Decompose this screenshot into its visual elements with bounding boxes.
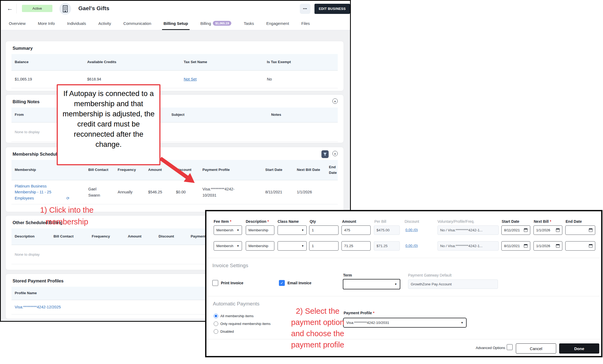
next-bill-input[interactable]: 1/1/2026 [533,225,562,235]
description-label: Description* [246,219,269,224]
qty-input[interactable]: 1 [309,225,339,235]
advanced-options-checkbox[interactable] [507,344,513,350]
tab-billing[interactable]: Billing $1,065.19 [200,17,231,30]
class-name-select[interactable]: ▼ [278,225,307,235]
tax-exempt-value: No [267,76,338,82]
tab-billing-setup[interactable]: Billing Setup [164,17,188,30]
edit-business-button[interactable]: EDIT BUSINESS [314,4,350,14]
column-header: Frequency [118,167,148,173]
tab-communication[interactable]: Communication [123,17,151,30]
class-name-select[interactable]: ▼ [278,241,307,251]
fee-item-label: Fee Item* [214,219,231,224]
refresh-icon[interactable]: ⟳ [66,196,70,200]
tab-billing-label: Billing [200,21,211,26]
automatic-payments-title: Automatic Payments [213,301,259,307]
print-invoice-label: Print Invoice [221,281,243,285]
start-date-input[interactable]: 8/11/2021 [501,225,530,235]
tab-overview[interactable]: Overview [9,17,26,30]
caret-down-icon: ▼ [235,229,239,232]
tab-tasks[interactable]: Tasks [244,17,254,30]
more-options-button[interactable]: ••• [300,4,310,14]
required-asterisk: * [230,219,231,224]
summary-title: Summary [13,46,338,51]
business-avatar [59,3,71,15]
payment-profile-select[interactable]: Visa:*********4242-10/2031▼ [343,318,467,328]
caret-down-icon: ▼ [459,321,463,324]
fee-item-select[interactable]: Membersh▼ [214,225,242,235]
column-header: Notes [271,112,338,117]
start-date-input[interactable]: 8/11/2021 [501,241,530,251]
print-invoice-checkbox[interactable] [212,280,218,286]
description-input[interactable]: Membership [246,241,274,251]
payment-gateway-label: Payment Gateway Default [408,273,452,277]
qty-input[interactable]: 1 [309,241,339,251]
column-header: Discount [176,167,202,173]
qty-label: Qty [310,219,316,224]
summary-card: Summary Balance Available Credits Tax Se… [5,41,344,91]
column-header: Is Tax Exempt [267,59,338,65]
available-credits-value: $618.94 [87,76,184,82]
email-invoice-checkbox[interactable]: ✓ [279,280,285,286]
payment-gateway-value: GrowthZone Pay Account [408,279,498,289]
tab-engagement[interactable]: Engagement [266,17,289,30]
per-bill-value: $475.00 [374,225,400,235]
radio-disabled[interactable] [214,329,218,334]
per-bill-value: $71.25 [374,241,400,251]
billing-amount-badge: $1,065.19 [213,21,231,26]
calendar-icon[interactable] [524,228,528,232]
fee-item-select[interactable]: Membersh▼ [214,241,242,251]
window-header: ← Active Gael's Gifts ••• EDIT BUSINESS [1,1,350,17]
back-arrow-icon[interactable]: ← [7,5,13,12]
radio-all-membership-items[interactable] [214,314,218,318]
calendar-icon[interactable] [556,244,560,248]
stored-profile-link[interactable]: Visa:*********4242-12/2025 [15,305,61,309]
tab-more-info[interactable]: More Info [38,17,55,30]
voluntary-profile-value: No / Visa:*********4242-1... [437,241,499,251]
annotation-step2-line2: payment option [281,317,354,328]
column-header: Payment Profile [202,167,265,173]
billing-notes-card: Billing Notes + From Subject Notes None … [5,94,344,143]
tab-activity[interactable]: Activity [98,17,111,30]
annotation-step1-line2: membership [27,216,107,228]
cancel-button[interactable]: Cancel [516,343,556,354]
required-asterisk: * [550,219,551,224]
amount-input[interactable]: 475 [341,225,371,235]
amount-value: $546.25 [148,189,176,195]
tab-files[interactable]: Files [301,17,310,30]
invoice-settings-title: Invoice Settings [212,263,248,269]
discount-link[interactable]: 0.00 (0) [405,244,418,248]
calendar-icon[interactable] [556,228,560,232]
filter-icon[interactable] [321,150,329,158]
per-bill-label: Per Bill [374,219,386,224]
radio-only-required-items[interactable] [214,321,218,326]
amount-input[interactable]: 71.25 [341,241,371,251]
calendar-icon[interactable] [589,244,593,248]
divider [206,339,601,339]
tax-set-link[interactable]: Not Set [184,77,197,81]
annotation-step2: 2) Select the payment option and choose … [281,305,354,350]
end-date-input[interactable] [565,241,595,251]
discount-link[interactable]: 0.00 (0) [405,228,418,232]
term-label: Term [343,273,352,277]
add-membership-billing-icon[interactable]: + [332,151,338,156]
advanced-options-label: Advanced Options [476,346,505,350]
caret-down-icon: ▼ [393,283,397,286]
calendar-icon[interactable] [589,228,593,232]
end-date-label: End Date [566,219,582,224]
tab-individuals[interactable]: Individuals [67,17,86,30]
end-date-input[interactable] [565,225,595,235]
page-title: Gael's Gifts [78,5,109,12]
column-header: Membership [15,167,88,173]
term-select[interactable]: ▼ [343,279,400,289]
annotation-step2-line3: and choose the [281,328,354,339]
calendar-icon[interactable] [524,244,528,248]
annotation-step1-line1: 1) Click into the [27,204,107,216]
next-bill-input[interactable]: 1/1/2026 [533,241,562,251]
description-input[interactable]: Membership [246,225,274,235]
done-button[interactable]: Done [559,343,599,354]
status-badge: Active [22,5,52,12]
column-header: Next Bill Date [297,167,329,173]
tab-bar: Overview More Info Individuals Activity … [1,17,350,30]
membership-link[interactable]: Platinum Business Membership - 11 - 25 E… [15,183,66,201]
add-note-icon[interactable]: + [332,98,338,104]
